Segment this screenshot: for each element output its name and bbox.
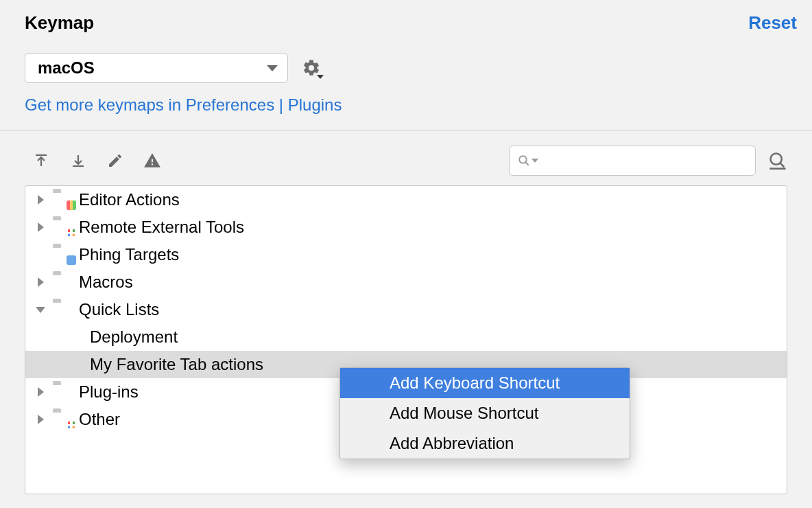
tree-item-label: My Favorite Tab actions [90, 355, 263, 374]
menu-item-add-mouse-shortcut[interactable]: Add Mouse Shortcut [340, 398, 630, 428]
menu-item-add-abbreviation[interactable]: Add Abbreviation [340, 428, 630, 459]
keymap-select-value: macOS [38, 58, 95, 78]
get-more-keymaps-link[interactable]: Get more keymaps in Preferences | Plugin… [0, 83, 812, 130]
collapse-all-button[interactable] [69, 151, 88, 170]
keymap-actions-button[interactable] [302, 58, 321, 78]
tree-item[interactable]: Macros [25, 268, 787, 296]
reset-link[interactable]: Reset [748, 12, 797, 34]
chevron-down-icon [267, 65, 278, 71]
expand-icon[interactable] [34, 277, 47, 287]
svg-point-6 [771, 154, 782, 165]
expand-all-button[interactable] [32, 151, 51, 170]
folder-icon [53, 220, 73, 235]
tree-item[interactable]: Remote External Tools [25, 213, 787, 241]
folder-icon [53, 247, 73, 262]
context-menu: Add Keyboard Shortcut Add Mouse Shortcut… [339, 367, 630, 459]
keymap-tree: Editor Actions Remote External Tools Phi… [25, 185, 787, 494]
svg-line-7 [780, 163, 785, 168]
keymap-select[interactable]: macOS [25, 53, 288, 83]
search-input-container[interactable] [509, 146, 756, 176]
tree-item-label: Plug-ins [79, 382, 139, 402]
search-icon [518, 154, 538, 167]
tree-item[interactable]: Phing Targets [25, 241, 787, 268]
expand-icon[interactable] [34, 195, 47, 205]
tree-item[interactable]: Deployment [25, 323, 787, 351]
edit-button[interactable] [106, 151, 125, 170]
folder-icon [53, 384, 73, 400]
tree-item-label: Phing Targets [79, 245, 179, 264]
folder-icon [53, 302, 73, 317]
tree-item-label: Editor Actions [79, 190, 180, 209]
svg-point-4 [519, 156, 527, 163]
expand-icon[interactable] [34, 387, 47, 397]
tree-item-label: Deployment [90, 327, 178, 347]
tree-item-label: Remote External Tools [79, 218, 244, 237]
tree-item-label: Macros [79, 273, 133, 292]
tree-item-label: Other [79, 410, 120, 429]
chevron-down-icon [532, 159, 538, 163]
expand-icon[interactable] [34, 222, 47, 232]
search-input[interactable] [542, 153, 747, 169]
tree-item[interactable]: Quick Lists [25, 296, 787, 323]
page-title: Keymap [25, 12, 94, 34]
chevron-down-icon [317, 75, 324, 79]
folder-icon [53, 412, 73, 427]
menu-item-add-keyboard-shortcut[interactable]: Add Keyboard Shortcut [340, 368, 630, 398]
find-shortcut-button[interactable] [768, 151, 787, 170]
collapse-icon[interactable] [34, 307, 47, 313]
tree-item-label: Quick Lists [79, 300, 159, 319]
folder-icon [53, 192, 73, 207]
folder-icon [53, 275, 73, 290]
expand-icon[interactable] [34, 415, 47, 424]
svg-line-5 [525, 162, 529, 165]
warning-icon[interactable] [143, 151, 162, 170]
tree-item[interactable]: Editor Actions [25, 186, 787, 213]
